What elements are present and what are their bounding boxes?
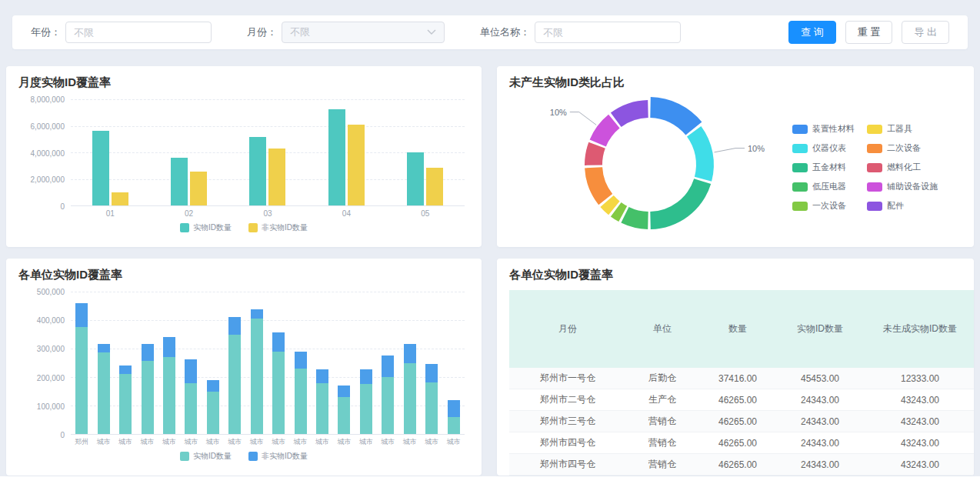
table-row: 郑州市四号仓营销仓46265.0024343.0043243.003443.00 [509, 454, 974, 476]
donut-slice-8[interactable] [585, 142, 605, 165]
table-cell: 43243.00 [863, 432, 974, 454]
table-cell: 43243.00 [863, 411, 974, 432]
table-cell: 郑州市四号仓 [509, 454, 626, 476]
chart-plot-area: 8,000,0006,000,0004,000,0002,000,0000 [18, 93, 469, 206]
table-row: 郑州市四号仓营销仓46265.0024343.0043243.003443.00 [509, 432, 974, 454]
table-cell: 郑州市一号仓 [509, 368, 626, 389]
donut-slice-2[interactable] [687, 126, 714, 182]
table-row: 郑州市三号仓营销仓46265.0024343.0043243.003443.00 [509, 411, 974, 432]
donut-slice-4[interactable] [621, 207, 648, 229]
x-axis-label: 城市 [312, 437, 333, 447]
bar-group [75, 292, 88, 434]
legend-item[interactable]: 非实物ID数量 [248, 222, 308, 233]
filter-toolbar: 年份： 月份： 不限 单位名称： 查 询 重 置 导 出 [12, 15, 968, 49]
stacked-bar [425, 292, 438, 434]
table-cell: 24343.00 [777, 411, 863, 432]
table-cell: 46265.00 [698, 432, 777, 454]
bar-group [249, 99, 285, 205]
bar-group [295, 292, 307, 434]
legend-item[interactable]: 二次设备 [867, 142, 938, 154]
donut-slice-3[interactable] [650, 179, 711, 229]
x-axis-label: 城市 [268, 437, 289, 447]
bar [249, 137, 266, 205]
year-label: 年份： [31, 25, 61, 39]
stacked-bar [272, 292, 285, 434]
legend-item[interactable]: 一次设备 [792, 200, 855, 212]
bar-segment [404, 363, 416, 435]
unit-name-filter: 单位名称： [480, 22, 681, 43]
table-cell: 后勤仓 [626, 368, 698, 389]
bar-segment [207, 380, 219, 392]
bar-segment [251, 309, 263, 319]
bar-segment [251, 319, 263, 434]
legend-swatch [180, 223, 189, 232]
legend-label: 五金材料 [812, 162, 846, 173]
column-header: 未生成实物ID数量 [863, 290, 974, 368]
legend-swatch [792, 144, 808, 153]
bar-group [228, 292, 241, 434]
legend-item[interactable]: 低压电器 [792, 181, 855, 192]
legend-item[interactable]: 仪器仪表 [792, 142, 855, 154]
toolbar-buttons: 查 询 重 置 导 出 [788, 21, 949, 44]
legend-item[interactable]: 实物ID数量 [180, 222, 232, 233]
donut-slice-1[interactable] [650, 97, 702, 135]
x-axis-label: 城市 [421, 437, 442, 447]
legend-item[interactable]: 实物ID数量 [180, 451, 232, 462]
legend-item[interactable]: 非实物ID数量 [248, 451, 308, 462]
stacked-bar [404, 292, 416, 434]
month-select[interactable]: 不限 [282, 22, 445, 43]
bar [268, 149, 285, 205]
legend-item[interactable]: 燃料化工 [867, 162, 938, 173]
bar [190, 172, 207, 205]
donut-callout-line [715, 149, 745, 152]
legend-item[interactable]: 辅助设备设施 [867, 181, 938, 192]
panel-monthly-coverage: 月度实物ID覆盖率 8,000,0006,000,0004,000,0002,0… [6, 66, 482, 247]
y-axis-tick: 300,000 [37, 345, 65, 353]
column-header: 月份 [509, 290, 626, 368]
year-filter: 年份： [31, 22, 212, 43]
x-axis-label: 城市 [158, 437, 180, 447]
legend-item[interactable]: 配件 [867, 200, 938, 212]
y-axis-tick: 200,000 [37, 373, 65, 382]
bar [92, 131, 109, 205]
legend-swatch [867, 144, 882, 153]
donut-callout-line [570, 112, 596, 125]
bar-group [382, 292, 394, 434]
export-button[interactable]: 导 出 [902, 21, 949, 44]
stacked-bar [448, 292, 460, 434]
bar-group [163, 292, 175, 434]
donut-slice-10[interactable] [611, 100, 648, 127]
unit-name-input[interactable] [535, 22, 681, 43]
footer-strip [0, 476, 980, 484]
table-cell: 营销仓 [626, 432, 698, 454]
donut-slice-7[interactable] [585, 167, 612, 205]
donut-slice-9[interactable] [590, 115, 620, 147]
x-axis-label: 城市 [202, 437, 224, 447]
year-input[interactable] [65, 22, 212, 43]
table-cell: 24343.00 [777, 432, 863, 454]
bar-segment [185, 383, 197, 434]
y-axis: 8,000,0006,000,0004,000,0002,000,0000 [18, 99, 71, 206]
legend-item[interactable]: 工器具 [867, 123, 938, 135]
bar-group [98, 292, 110, 434]
table-cell: 46265.00 [698, 411, 777, 432]
x-axis-label: 城市 [289, 437, 311, 447]
legend-label: 燃料化工 [887, 162, 921, 173]
table-cell: 45453.00 [777, 368, 863, 389]
bar-segment [163, 357, 175, 434]
units-coverage-table: 月份单位数量实物ID数量未生成实物ID数量实物ID覆盖率 郑州市一号仓后勤仓37… [509, 290, 974, 476]
donut-legend: 装置性材料仪器仪表五金材料低压电器一次设备工器具二次设备燃料化工辅助设备设施配件 [792, 119, 938, 215]
legend-item[interactable]: 五金材料 [792, 162, 855, 173]
legend-swatch [180, 452, 189, 461]
stacked-bar [382, 292, 394, 434]
x-axis: 0102030405 [18, 206, 469, 220]
x-axis-labels: 0102030405 [71, 209, 465, 218]
bar-group [407, 99, 443, 205]
table-cell: 24343.00 [777, 476, 863, 476]
x-axis-label: 城市 [115, 437, 136, 447]
query-button[interactable]: 查 询 [788, 21, 836, 44]
legend-item[interactable]: 装置性材料 [792, 123, 855, 135]
bar-group [360, 292, 372, 434]
panel-units-table-title: 各单位实物ID覆盖率 [509, 268, 962, 282]
reset-button[interactable]: 重 置 [845, 21, 893, 44]
